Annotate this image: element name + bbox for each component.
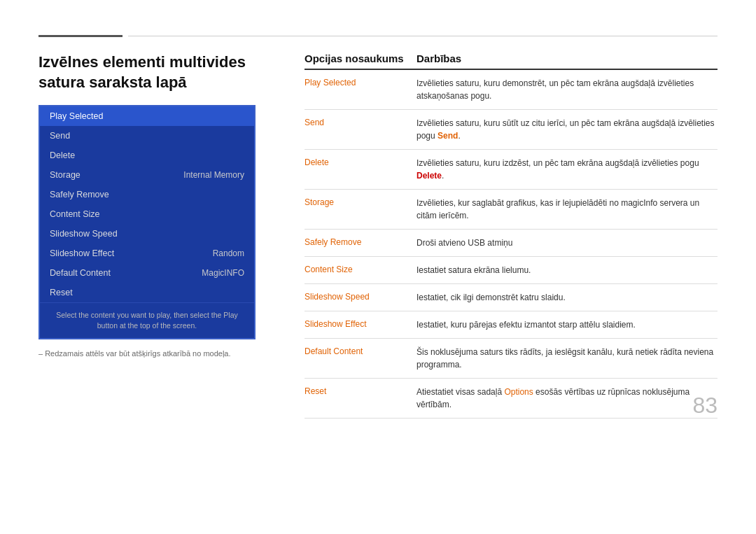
row-option: Slideshow Speed — [304, 291, 416, 302]
menu-item-storage[interactable]: Storage Internal Memory — [40, 165, 254, 185]
row-desc: Droši atvieno USB atmiņu — [416, 237, 718, 249]
menu-item-send[interactable]: Send — [40, 126, 254, 146]
menu-item-label: Storage — [50, 170, 80, 180]
menu-item-slideshow-effect[interactable]: Slideshow Effect Random — [40, 244, 254, 263]
menu-item-label: Safely Remove — [50, 190, 109, 199]
table-header: Opcijas nosaukums Darbības — [304, 52, 718, 70]
row-desc: Izvēlieties, kur saglabāt grafikus, kas … — [416, 197, 718, 222]
top-decoration — [38, 35, 718, 37]
menu-item-label: Default Content — [50, 268, 111, 278]
menu-item-content-size[interactable]: Content Size — [40, 204, 254, 224]
menu-item-label: Content Size — [50, 209, 100, 219]
note-text: – Redzamais attēls var būt atšķirīgs atk… — [38, 349, 276, 358]
menu-footer-text: Select the content you want to play, the… — [50, 310, 244, 330]
menu-item-delete[interactable]: Delete — [40, 146, 254, 165]
menu-item-label: Send — [50, 131, 70, 141]
page-title: Izvēlnes elementi multivides satura sara… — [38, 52, 276, 92]
row-option: Play Selected — [304, 77, 416, 87]
row-option: Slideshow Effect — [304, 318, 416, 329]
menu-item-value: Internal Memory — [183, 170, 244, 180]
line-light — [128, 36, 718, 36]
table-row: Delete Izvēlieties saturu, kuru izdzēst,… — [304, 150, 718, 190]
menu-item-slideshow-speed[interactable]: Slideshow Speed — [40, 224, 254, 244]
row-option: Reset — [304, 386, 416, 396]
table-row: Slideshow Speed Iestatiet, cik ilgi demo… — [304, 284, 718, 311]
row-option: Delete — [304, 157, 416, 167]
page-number: 83 — [692, 393, 718, 419]
row-desc: Iestatiet, cik ilgi demonstrēt katru sla… — [416, 291, 718, 304]
menu-item-label: Play Selected — [50, 111, 103, 121]
row-option: Safely Remove — [304, 237, 416, 247]
right-panel: Opcijas nosaukums Darbības Play Selected… — [304, 52, 718, 419]
table-row: Content Size Iestatiet satura ekrāna lie… — [304, 257, 718, 284]
row-desc: Šis noklusējuma saturs tiks rādīts, ja i… — [416, 346, 718, 371]
table-row: Reset Atiestatiet visas sadaļā Options e… — [304, 379, 718, 419]
menu-item-label: Slideshow Speed — [50, 229, 118, 239]
menu-item-value: Random — [213, 248, 244, 258]
row-desc: Iestatiet satura ekrāna lielumu. — [416, 264, 718, 276]
menu-box: Play Selected Send Delete Storage Intern… — [38, 105, 255, 339]
highlight-delete: Delete — [416, 171, 442, 181]
menu-item-label: Slideshow Effect — [50, 248, 114, 258]
menu-footer: Select the content you want to play, the… — [40, 302, 254, 337]
menu-item-play-selected[interactable]: Play Selected — [40, 106, 254, 126]
row-desc: Izvēlieties saturu, kuru demonstrēt, un … — [416, 77, 718, 102]
menu-item-reset[interactable]: Reset — [40, 283, 254, 302]
menu-item-safely-remove[interactable]: Safely Remove — [40, 185, 254, 204]
left-panel: Izvēlnes elementi multivides satura sara… — [38, 52, 276, 358]
table-row: Default Content Šis noklusējuma saturs t… — [304, 339, 718, 379]
row-desc: Atiestatiet visas sadaļā Options esošās … — [416, 386, 718, 411]
menu-item-value: MagicINFO — [202, 268, 244, 278]
row-option: Default Content — [304, 346, 416, 356]
col-option-header: Opcijas nosaukums — [304, 52, 416, 64]
col-desc-header: Darbības — [416, 52, 718, 64]
row-option: Storage — [304, 197, 416, 207]
table-row: Send Izvēlieties saturu, kuru sūtīt uz c… — [304, 110, 718, 150]
row-desc: Izvēlieties saturu, kuru izdzēst, un pēc… — [416, 157, 718, 182]
table-row: Slideshow Effect Iestatiet, kuru pārejas… — [304, 311, 718, 339]
row-option: Content Size — [304, 264, 416, 274]
row-desc: Izvēlieties saturu, kuru sūtīt uz citu i… — [416, 117, 718, 142]
menu-item-label: Delete — [50, 150, 75, 160]
table-row: Play Selected Izvēlieties saturu, kuru d… — [304, 70, 718, 110]
menu-item-default-content[interactable]: Default Content MagicINFO — [40, 263, 254, 283]
row-desc: Iestatiet, kuru pārejas efektu izmantot … — [416, 318, 718, 331]
highlight-send: Send — [438, 131, 458, 141]
highlight-options: Options — [504, 387, 533, 397]
table-row: Storage Izvēlieties, kur saglabāt grafik… — [304, 190, 718, 230]
table-row: Safely Remove Droši atvieno USB atmiņu — [304, 230, 718, 257]
row-option: Send — [304, 117, 416, 127]
menu-item-label: Reset — [50, 288, 73, 297]
row-desc-text: Izvēlieties saturu, kuru demonstrēt, un … — [416, 78, 694, 101]
line-dark — [38, 35, 122, 37]
